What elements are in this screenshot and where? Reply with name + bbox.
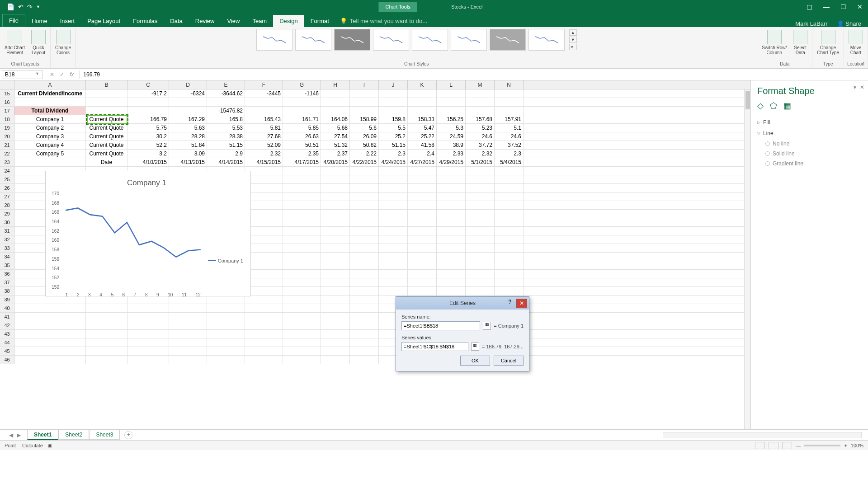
cell-I36[interactable] [350,270,379,278]
dialog-cancel-button[interactable]: Cancel [494,356,524,366]
cell-N33[interactable] [495,244,524,252]
tab-insert[interactable]: Insert [54,15,81,27]
cell-K18[interactable]: 158.33 [408,115,437,123]
cell-J23[interactable]: 4/24/2015 [379,158,408,166]
cell-I23[interactable]: 4/22/2015 [350,158,379,166]
pane-options-icon[interactable]: ▼ [853,85,857,90]
cell-D23[interactable]: 4/13/2015 [169,158,207,166]
cell-N23[interactable]: 5/4/2015 [495,158,524,166]
cell-H42[interactable] [321,321,350,329]
dialog-titlebar[interactable]: Edit Series ? ✕ [396,297,529,310]
cell-K33[interactable] [408,244,437,252]
cell-H38[interactable] [321,287,350,295]
line-section-header[interactable]: ▽Line [757,128,862,139]
cell-G26[interactable] [283,184,321,192]
cell-G17[interactable] [283,107,321,115]
col-header-J[interactable]: J [379,80,408,89]
cell-M16[interactable] [466,98,495,106]
size-tab-icon[interactable]: ▦ [783,101,791,111]
cell-D22[interactable]: 3.09 [169,150,207,158]
cell-G36[interactable] [283,270,321,278]
cell-A43[interactable] [14,330,86,338]
col-header-E[interactable]: E [207,80,245,89]
cell-I24[interactable] [350,167,379,175]
cell-G45[interactable] [283,347,321,355]
cell-G37[interactable] [283,278,321,286]
cell-D18[interactable]: 167.29 [169,115,207,123]
cell-M27[interactable] [466,192,495,201]
col-header-H[interactable]: H [321,80,350,89]
gradient-line-option[interactable]: Gradient line [757,159,862,169]
row-header-19[interactable]: 19 [0,124,14,132]
cell-G44[interactable] [283,338,321,347]
cell-H35[interactable] [321,261,350,269]
cell-I40[interactable] [350,304,379,312]
cell-A23[interactable] [14,158,86,166]
quick-layout-button[interactable]: Quick Layout [29,29,47,56]
cell-D20[interactable]: 28.28 [169,132,207,141]
cell-N34[interactable] [495,253,524,261]
cell-F40[interactable] [245,304,283,312]
cell-K32[interactable] [408,235,437,244]
cell-D19[interactable]: 5.63 [169,124,207,132]
cell-M31[interactable] [466,227,495,235]
cell-C18[interactable]: 166.79 [127,115,169,123]
cell-L32[interactable] [437,235,466,244]
cell-L23[interactable]: 4/29/2015 [437,158,466,166]
cell-F39[interactable] [245,296,283,304]
cell-M33[interactable] [466,244,495,252]
row-header-32[interactable]: 32 [0,235,14,244]
row-header-18[interactable]: 18 [0,115,14,123]
cell-G30[interactable] [283,218,321,226]
cell-I42[interactable] [350,321,379,329]
row-header-34[interactable]: 34 [0,253,14,261]
tab-file[interactable]: File [2,14,25,27]
cell-N22[interactable]: 2.3 [495,150,524,158]
cell-C23[interactable]: 4/10/2015 [127,158,169,166]
cell-I38[interactable] [350,287,379,295]
cell-H32[interactable] [321,235,350,244]
chart-style-2[interactable] [295,29,331,51]
cell-F42[interactable] [245,321,283,329]
cell-I26[interactable] [350,184,379,192]
cell-H26[interactable] [321,184,350,192]
cell-B45[interactable] [86,347,127,355]
cell-L25[interactable] [437,175,466,183]
cell-G21[interactable]: 50.51 [283,141,321,149]
cell-C42[interactable] [127,321,169,329]
cell-G38[interactable] [283,287,321,295]
sheet-tab-1[interactable]: Sheet1 [27,430,58,440]
cell-A42[interactable] [14,321,86,329]
cell-J36[interactable] [379,270,408,278]
chart-style-7[interactable] [490,29,526,51]
cell-N26[interactable] [495,184,524,192]
col-header-A[interactable]: A [14,80,86,89]
row-header-40[interactable]: 40 [0,304,14,312]
cell-F19[interactable]: 5.81 [245,124,283,132]
cell-G29[interactable] [283,210,321,218]
cell-K31[interactable] [408,227,437,235]
sheet-tab-3[interactable]: Sheet3 [89,430,120,440]
cell-L24[interactable] [437,167,466,175]
cell-H41[interactable] [321,313,350,321]
cell-K36[interactable] [408,270,437,278]
cell-H25[interactable] [321,175,350,183]
cell-G43[interactable] [283,330,321,338]
cell-H44[interactable] [321,338,350,347]
cell-A46[interactable] [14,356,86,364]
cell-A21[interactable]: Company 4 [14,141,86,149]
cell-D45[interactable] [169,347,207,355]
cell-G39[interactable] [283,296,321,304]
row-header-42[interactable]: 42 [0,321,14,329]
cell-L34[interactable] [437,253,466,261]
cell-H39[interactable] [321,296,350,304]
cell-I20[interactable]: 26.09 [350,132,379,141]
cell-L21[interactable]: 38.9 [437,141,466,149]
fx-icon[interactable]: fx [70,71,74,78]
col-header-G[interactable]: G [283,80,321,89]
row-header-15[interactable]: 15 [0,89,14,98]
cell-I35[interactable] [350,261,379,269]
cell-N16[interactable] [495,98,524,106]
cell-G24[interactable] [283,167,321,175]
cell-M29[interactable] [466,210,495,218]
